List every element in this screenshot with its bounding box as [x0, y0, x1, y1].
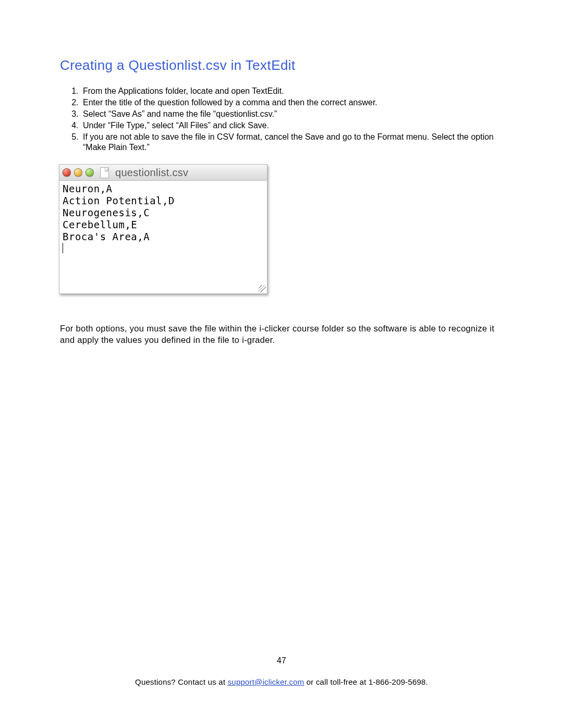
resize-grip-icon[interactable] [259, 285, 266, 292]
document-page: Creating a Questionlist.csv in TextEdit … [0, 0, 563, 346]
document-icon [100, 167, 109, 178]
footer-phone: 1-866-209-5698 [369, 677, 426, 686]
text-editor-body[interactable]: Neuron,A Action Potential,D Neurogenesis… [59, 181, 267, 293]
footer-text-prefix: Questions? Contact us at [135, 677, 228, 686]
text-cursor-icon [63, 243, 63, 253]
footer-text-middle: or call toll-free at [304, 677, 369, 686]
editor-line: Cerebellum,E [63, 219, 264, 231]
instruction-list: From the Applications folder, locate and… [60, 86, 503, 153]
step-item: From the Applications folder, locate and… [81, 86, 503, 96]
close-icon[interactable] [63, 168, 71, 177]
support-email-link[interactable]: support@iclicker.com [228, 677, 304, 686]
step-item: Select “Save As” and name the file “ques… [81, 109, 503, 119]
minimize-icon[interactable] [74, 168, 82, 177]
window-titlebar: questionlist.csv [59, 165, 267, 181]
footnote-paragraph: For both options, you must save the file… [60, 323, 503, 346]
editor-line: Neuron,A [63, 183, 264, 195]
footer-contact: Questions? Contact us at support@iclicke… [0, 677, 563, 686]
zoom-icon[interactable] [85, 168, 94, 177]
page-number: 47 [0, 656, 563, 665]
window-title: questionlist.csv [115, 167, 188, 179]
textedit-window: questionlist.csv Neuron,A Action Potenti… [59, 164, 267, 294]
step-item: Enter the title of the question followed… [81, 97, 503, 108]
editor-cursor-line [63, 243, 264, 255]
step-item: Under “File Type,” select “All Files” an… [81, 120, 503, 131]
editor-line: Neurogenesis,C [63, 207, 264, 219]
step-item: If you are not able to save the file in … [81, 132, 503, 153]
section-heading: Creating a Questionlist.csv in TextEdit [60, 57, 503, 73]
editor-line: Action Potential,D [63, 195, 264, 207]
footer-text-suffix: . [426, 677, 428, 686]
editor-line: Broca's Area,A [63, 231, 264, 243]
